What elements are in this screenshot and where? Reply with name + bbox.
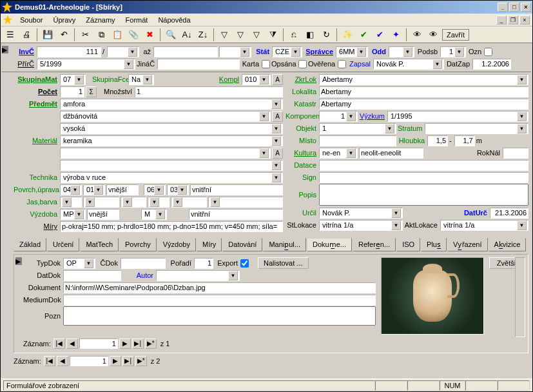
opsana-chk[interactable]: [298, 60, 307, 68]
povrch4[interactable]: 03▼: [167, 184, 189, 195]
vyzdoba2[interactable]: M▼: [141, 209, 167, 220]
sub-nav-prev[interactable]: ◀: [66, 338, 78, 349]
typdok-combo[interactable]: OP▼: [63, 258, 95, 269]
cdok-field[interactable]: [121, 258, 166, 269]
tb-cut-icon[interactable]: ✂: [78, 28, 92, 42]
tab-miry[interactable]: Míry: [197, 238, 222, 251]
mdi-restore[interactable]: ❐: [508, 15, 518, 24]
zapsal-combo[interactable]: Novák P.▼: [373, 59, 444, 70]
hloubka1[interactable]: [427, 135, 448, 146]
urcil-combo[interactable]: Novák P.▼: [319, 208, 403, 219]
tb-clip-icon[interactable]: 📎: [126, 28, 141, 42]
tb-refresh-icon[interactable]: ↻: [319, 28, 333, 42]
hloubka2[interactable]: [454, 135, 475, 146]
datdok-field[interactable]: [63, 270, 121, 281]
tb-save-icon[interactable]: 💾: [41, 28, 55, 42]
spravce-combo[interactable]: 6MM▼: [336, 46, 368, 57]
aktlokace-combo[interactable]: vitrína 1/a▼: [440, 220, 528, 231]
thumbnail[interactable]: [381, 257, 484, 335]
tab-akvizice[interactable]: Ak̲vizice: [489, 238, 527, 251]
expand-handle-top[interactable]: ▶: [2, 46, 8, 54]
poradi-field[interactable]: [194, 258, 213, 269]
menu-soubor[interactable]: Soubor: [15, 15, 48, 25]
lbl-material[interactable]: Materiál: [14, 137, 59, 144]
overena-chk[interactable]: [338, 60, 346, 68]
komponent-combo[interactable]: 1▼: [319, 111, 358, 122]
predmet-sub2[interactable]: vysoká▼: [60, 123, 283, 134]
mediumdok-field[interactable]: [63, 295, 376, 306]
tb-check-icon[interactable]: ✔: [356, 28, 371, 42]
tb-wand-icon[interactable]: ✨: [340, 28, 354, 42]
tab-vyzdoby[interactable]: Výzdoby: [157, 238, 196, 251]
daturc-field[interactable]: [490, 208, 528, 219]
nav-last[interactable]: ▶|: [122, 356, 134, 366]
prirc-combo[interactable]: 5/1999▼: [37, 59, 135, 70]
vyzdoba1[interactable]: MP▼: [60, 209, 86, 220]
lbl-miry[interactable]: Míry: [14, 222, 59, 230]
nav-new[interactable]: ▶*: [135, 356, 147, 366]
sigma-btn[interactable]: Σ: [86, 86, 97, 97]
tab-datovani[interactable]: Datování: [222, 238, 262, 251]
lbl-kultura[interactable]: Kultura: [286, 149, 318, 157]
stlokace-combo[interactable]: vitrína 1/a▼: [319, 220, 403, 231]
tab-povrchy[interactable]: Povrchy: [119, 238, 157, 251]
sub-nav-new[interactable]: ▶*: [145, 338, 157, 349]
vyzdoba-vnejsi[interactable]: [87, 209, 119, 220]
autor-combo[interactable]: ▼: [156, 270, 240, 281]
tb-eye-icon[interactable]: 👁: [410, 28, 424, 42]
tb-cross-icon[interactable]: ✦: [389, 28, 403, 42]
material-sub[interactable]: ▼: [60, 148, 271, 159]
skupinamat-combo[interactable]: 07▼: [60, 74, 86, 85]
sub-nav-current[interactable]: [79, 338, 118, 349]
invc-to[interactable]: [153, 46, 218, 57]
tab-zaklad[interactable]: Základ: [14, 238, 46, 251]
invc-suffix[interactable]: ▼: [107, 46, 139, 57]
export-chk[interactable]: [240, 259, 249, 268]
lbl-invc[interactable]: InvČ: [14, 48, 35, 55]
tab-urceni[interactable]: Určení: [47, 238, 79, 251]
tb-print-icon[interactable]: 🖨: [19, 28, 34, 42]
tb-sort-asc-icon[interactable]: A↓: [180, 28, 194, 42]
odd-combo[interactable]: ▼: [389, 46, 414, 57]
tb-close-label[interactable]: Zavřít: [442, 29, 469, 41]
material-sub2[interactable]: ▼: [60, 160, 283, 171]
jas6[interactable]: ▼: [208, 197, 283, 208]
tb-view-icon[interactable]: ☰: [3, 28, 17, 42]
menu-napoveda[interactable]: Nápověda: [153, 15, 195, 25]
lbl-predmet[interactable]: Předmět: [14, 100, 59, 108]
tab-mattech[interactable]: MatTech: [80, 238, 119, 251]
close-button[interactable]: ×: [521, 3, 531, 12]
jas3[interactable]: ▼: [121, 197, 146, 208]
menu-format[interactable]: Formát: [121, 15, 153, 25]
mdi-minimize[interactable]: _: [496, 15, 507, 24]
sign-field[interactable]: [319, 172, 528, 183]
minimize-button[interactable]: _: [498, 3, 508, 12]
lbl-prirc[interactable]: PřírČ: [14, 60, 35, 68]
tb-check2-icon[interactable]: ✔: [373, 28, 387, 42]
podsb-combo[interactable]: 1▼: [440, 46, 466, 57]
misto-field[interactable]: [319, 135, 396, 146]
jas2[interactable]: ▼: [83, 197, 119, 208]
mnozstvi-field[interactable]: [135, 86, 283, 97]
tb-find-icon[interactable]: 🔍: [164, 28, 178, 42]
tb-delete-icon[interactable]: ✖: [142, 28, 157, 42]
predmet-a-btn[interactable]: A: [272, 111, 283, 122]
expand-handle-sub[interactable]: ▶: [15, 257, 22, 265]
predmet-sub1[interactable]: džbánovitá▼: [60, 111, 271, 122]
nav-current[interactable]: [70, 356, 108, 366]
technika-combo[interactable]: výroba v ruce▼: [60, 172, 283, 183]
povrch-vnitrni[interactable]: [190, 184, 283, 195]
povrch2[interactable]: 01▼: [83, 184, 105, 195]
sub-nav-first[interactable]: |◀: [53, 338, 65, 349]
jinac-field[interactable]: [157, 59, 240, 70]
katastr-field[interactable]: [319, 99, 528, 110]
tab-vyrazeni[interactable]: Vy̲řazení: [447, 238, 488, 251]
invc-field[interactable]: 111: [37, 46, 101, 57]
predmet-combo[interactable]: amfora▼: [60, 99, 283, 110]
tab-manipul[interactable]: Manip̲ul...: [263, 238, 306, 251]
kompl-combo[interactable]: 010▼: [242, 74, 271, 85]
ozn-checkbox[interactable]: [484, 48, 492, 56]
vyzdoba-vnitrni[interactable]: [189, 209, 283, 220]
tb-sort-desc-icon[interactable]: Z↓: [196, 28, 210, 42]
datace-field[interactable]: [319, 160, 528, 171]
